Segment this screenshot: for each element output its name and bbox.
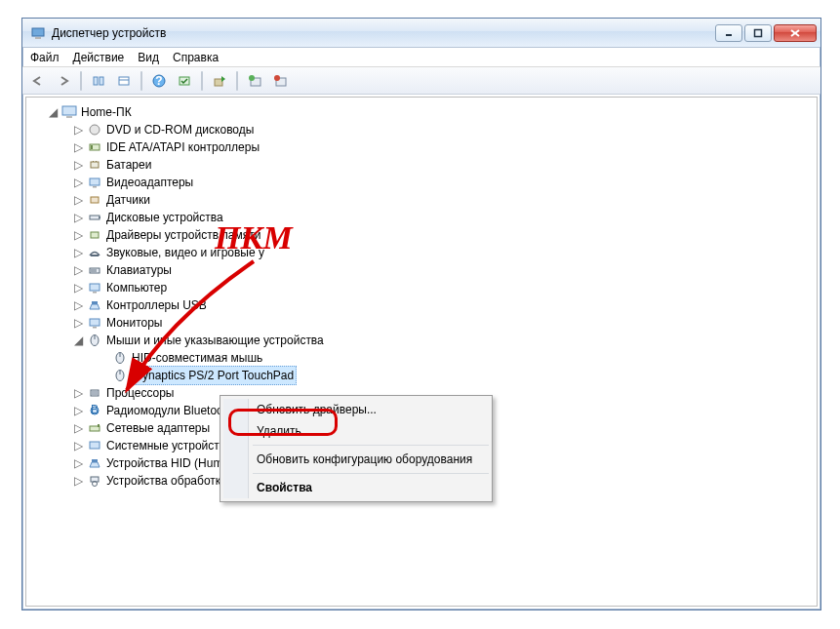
svg-rect-54 <box>90 442 100 449</box>
tree-item-label: Процессоры <box>106 384 175 402</box>
svg-rect-25 <box>96 161 97 162</box>
forward-button[interactable] <box>52 70 75 92</box>
update-driver-button[interactable] <box>208 70 231 92</box>
tree-category[interactable]: ▷DVD и CD-ROM дисководы <box>30 121 813 138</box>
expand-icon[interactable]: ▷ <box>73 441 84 452</box>
expand-icon[interactable]: ▷ <box>73 230 84 241</box>
category-icon <box>87 315 102 331</box>
tree-category[interactable]: ▷Датчики <box>30 191 813 209</box>
toolbar-separator <box>140 71 142 91</box>
menu-view[interactable]: Вид <box>138 51 159 64</box>
tree-item-label: Мыши и иные указывающие устройства <box>106 332 324 349</box>
svg-rect-8 <box>119 77 129 85</box>
svg-rect-38 <box>93 292 97 294</box>
svg-text:B: B <box>91 405 99 416</box>
svg-rect-7 <box>100 77 103 85</box>
tree-category[interactable]: ▷Компьютер <box>30 279 813 296</box>
tree-category[interactable]: ▷Клавиатуры <box>30 261 813 279</box>
tree-category-mice[interactable]: ◢ Мыши и иные указывающие устройства <box>30 332 813 349</box>
menu-help[interactable]: Справка <box>173 51 219 64</box>
menu-item-delete[interactable]: Удалить <box>223 420 489 442</box>
toolbar-separator <box>80 71 82 91</box>
uninstall-button[interactable] <box>268 70 292 92</box>
expand-icon[interactable]: ▷ <box>73 195 84 206</box>
close-button[interactable] <box>774 24 817 42</box>
tree-item-label: Драйверы устройств памяти <box>106 226 260 244</box>
expand-icon[interactable]: ▷ <box>73 283 84 294</box>
category-icon <box>87 297 102 313</box>
menu-action[interactable]: Действие <box>73 51 125 64</box>
svg-rect-27 <box>93 186 97 188</box>
expand-icon[interactable]: ▷ <box>73 388 84 399</box>
minimize-button[interactable] <box>715 24 742 42</box>
tree-category[interactable]: ▷Драйверы устройств памяти <box>30 226 813 244</box>
window-frame: Диспетчер устройств Файл Действие Вид Сп… <box>21 18 821 610</box>
tree-category[interactable]: ▷Дисковые устройства <box>30 209 813 226</box>
category-icon <box>87 385 102 401</box>
menu-separator <box>253 445 489 446</box>
svg-rect-29 <box>90 216 100 219</box>
expand-icon[interactable]: ▷ <box>73 406 84 416</box>
expand-icon[interactable]: ▷ <box>73 248 84 258</box>
expand-icon[interactable]: ▷ <box>73 160 84 171</box>
tree-item-label: Батареи <box>106 156 151 174</box>
expand-icon[interactable]: ▷ <box>73 265 84 276</box>
tree-category[interactable]: ▷Мониторы <box>30 314 813 332</box>
expand-icon[interactable]: ▷ <box>73 318 84 329</box>
help-button[interactable]: ? <box>147 70 171 92</box>
titlebar[interactable]: Диспетчер устройств <box>22 19 820 48</box>
tree-category[interactable]: ▷IDE ATA/ATAPI контроллеры <box>30 138 813 156</box>
svg-rect-32 <box>91 255 99 256</box>
expand-icon[interactable]: ▷ <box>73 177 84 188</box>
svg-rect-6 <box>94 77 98 85</box>
menu-item-refresh-hw[interactable]: Обновить конфигурацию оборудования <box>223 449 489 470</box>
tree-category[interactable]: ▷Звуковые, видео и игровые у <box>30 244 813 261</box>
tree-category[interactable]: ▷Видеоадаптеры <box>30 174 813 191</box>
tree-device-selected[interactable]: Synaptics PS/2 Port TouchPad <box>30 367 813 384</box>
expand-icon[interactable]: ▷ <box>73 476 84 487</box>
menu-item-update-drivers[interactable]: Обновить драйверы... <box>223 399 489 420</box>
tree-device[interactable]: HID-совместимая мышь <box>30 349 813 367</box>
collapse-icon[interactable]: ◢ <box>73 335 84 346</box>
tree-item-label: Радиомодули Bluetoot <box>106 402 226 419</box>
properties-button[interactable] <box>112 70 136 92</box>
category-icon <box>87 227 102 243</box>
tree-item-label: Устройства HID (Hum <box>106 454 222 472</box>
svg-rect-31 <box>91 232 99 238</box>
tree-root[interactable]: ◢ Home-ПК <box>30 103 813 121</box>
expand-icon[interactable]: ▷ <box>73 142 84 153</box>
enable-button[interactable] <box>243 70 266 92</box>
tree-item-label: Датчики <box>106 191 150 209</box>
tree-item-label: Клавиатуры <box>106 261 172 279</box>
category-icon <box>87 420 102 436</box>
menu-item-properties[interactable]: Свойства <box>223 477 489 498</box>
toolbar-separator <box>201 71 203 91</box>
menu-file[interactable]: Файл <box>30 51 60 64</box>
show-hidden-button[interactable] <box>87 70 110 92</box>
tree-category[interactable]: ▷Батареи <box>30 156 813 174</box>
maximize-button[interactable] <box>744 24 772 42</box>
expand-icon[interactable]: ▷ <box>73 458 84 469</box>
category-icon <box>87 455 102 471</box>
category-icon: B <box>87 403 102 418</box>
svg-rect-40 <box>90 319 100 326</box>
expand-icon[interactable]: ▷ <box>73 300 84 311</box>
scan-button[interactable] <box>173 70 196 92</box>
tree-category[interactable]: ▷Контроллеры USB <box>30 296 813 314</box>
svg-rect-49 <box>92 391 98 395</box>
expand-icon[interactable]: ▷ <box>73 423 84 434</box>
back-button[interactable] <box>26 70 50 92</box>
category-icon <box>87 280 102 295</box>
svg-rect-41 <box>93 327 97 329</box>
svg-rect-18 <box>62 106 76 115</box>
tree-panel: ◢ Home-ПК ▷DVD и CD-ROM дисководы▷IDE AT… <box>25 97 818 607</box>
category-icon <box>87 210 102 225</box>
category-icon <box>87 245 102 260</box>
menubar: Файл Действие Вид Справка <box>22 48 820 67</box>
tree-root-label: Home-ПК <box>81 103 132 121</box>
expand-icon[interactable]: ▷ <box>73 125 84 136</box>
tree-item-label: Мониторы <box>106 314 162 332</box>
app-icon <box>30 25 46 41</box>
expand-icon[interactable]: ▷ <box>73 213 84 223</box>
collapse-icon[interactable]: ◢ <box>48 107 59 118</box>
